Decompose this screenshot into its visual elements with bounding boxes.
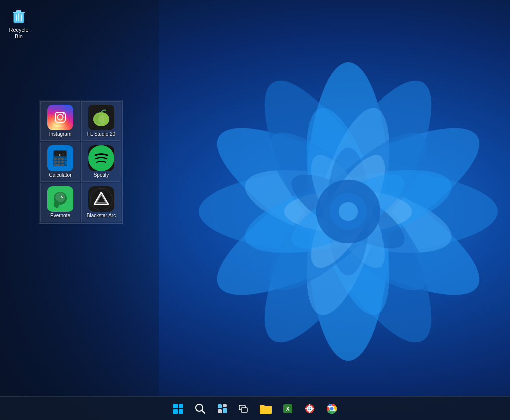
svg-rect-61 — [223, 404, 227, 407]
app-icon-spotify[interactable]: Spotify — [81, 142, 121, 182]
taskbar-widgets-button[interactable] — [212, 399, 232, 419]
svg-rect-42 — [61, 161, 64, 163]
recycle-bin-icon[interactable]: Recycle Bin — [4, 4, 34, 42]
svg-rect-40 — [54, 161, 57, 163]
svg-rect-37 — [58, 158, 60, 160]
svg-rect-65 — [241, 408, 247, 412]
desktop: Recycle Bin — [0, 0, 510, 420]
chrome-icon — [322, 399, 342, 419]
svg-rect-38 — [61, 158, 64, 160]
taskbar-extension-button[interactable] — [300, 399, 320, 419]
widgets-icon — [212, 399, 232, 419]
svg-rect-63 — [223, 408, 227, 413]
wallpaper-bloom — [161, 25, 510, 398]
app-grid: Instagram FL Studio 20 — [39, 100, 123, 224]
extension-icon — [300, 399, 320, 419]
taskbar-xplorer-button[interactable]: X — [278, 399, 298, 419]
instagram-icon — [47, 105, 73, 130]
app-icon-evernote[interactable]: Evernote — [40, 183, 80, 222]
svg-rect-23 — [16, 10, 21, 12]
app-icon-flstudio[interactable]: FL Studio 20 — [81, 101, 121, 141]
spotify-label: Spotify — [94, 172, 109, 178]
taskbar-chrome-button[interactable] — [322, 399, 342, 419]
blackstar-label: Blackstar Arc — [87, 213, 116, 219]
taskbar: X — [0, 396, 510, 420]
taskbar-center-icons: X — [168, 399, 342, 419]
svg-point-47 — [91, 148, 111, 168]
svg-text:0: 0 — [59, 153, 61, 157]
app-icon-blackstar[interactable]: Blackstar Arc — [81, 183, 121, 222]
evernote-label: Evernote — [50, 213, 70, 219]
instagram-label: Instagram — [49, 131, 71, 137]
taskbar-search-button[interactable] — [190, 399, 210, 419]
svg-text:X: X — [286, 406, 290, 412]
windows-logo-icon — [168, 399, 188, 419]
svg-point-53 — [62, 196, 63, 197]
taskview-icon — [234, 399, 254, 419]
svg-rect-60 — [218, 404, 222, 408]
svg-point-31 — [98, 115, 104, 123]
app-icon-instagram[interactable]: Instagram — [40, 101, 80, 141]
recycle-bin-image — [9, 6, 29, 26]
svg-rect-41 — [58, 161, 60, 163]
svg-point-20 — [339, 202, 358, 221]
svg-rect-39 — [65, 158, 67, 160]
evernote-icon — [47, 186, 73, 212]
svg-line-59 — [202, 410, 205, 413]
svg-rect-24 — [51, 108, 70, 127]
svg-point-76 — [330, 407, 334, 410]
taskbar-taskview-button[interactable] — [234, 399, 254, 419]
flstudio-icon — [88, 105, 114, 130]
svg-rect-43 — [65, 161, 67, 165]
taskbar-start-button[interactable] — [168, 399, 188, 419]
recycle-bin-label: Recycle Bin — [6, 27, 32, 40]
calculator-label: Calculator — [49, 172, 71, 178]
folder-icon — [256, 399, 276, 419]
taskbar-fileexplorer-button[interactable] — [256, 399, 276, 419]
svg-point-55 — [90, 188, 112, 210]
app-icon-calculator[interactable]: 0 Calculator — [40, 142, 80, 182]
calculator-icon: 0 — [47, 145, 73, 171]
svg-point-27 — [63, 113, 65, 115]
flstudio-label: FL Studio 20 — [87, 131, 115, 137]
xplorer-icon: X — [278, 399, 298, 419]
svg-rect-44 — [54, 164, 60, 166]
svg-rect-45 — [61, 164, 64, 166]
search-icon — [190, 399, 210, 419]
blackstar-icon — [88, 186, 114, 212]
svg-rect-36 — [54, 158, 57, 160]
svg-rect-62 — [218, 409, 222, 413]
spotify-icon — [88, 145, 114, 171]
